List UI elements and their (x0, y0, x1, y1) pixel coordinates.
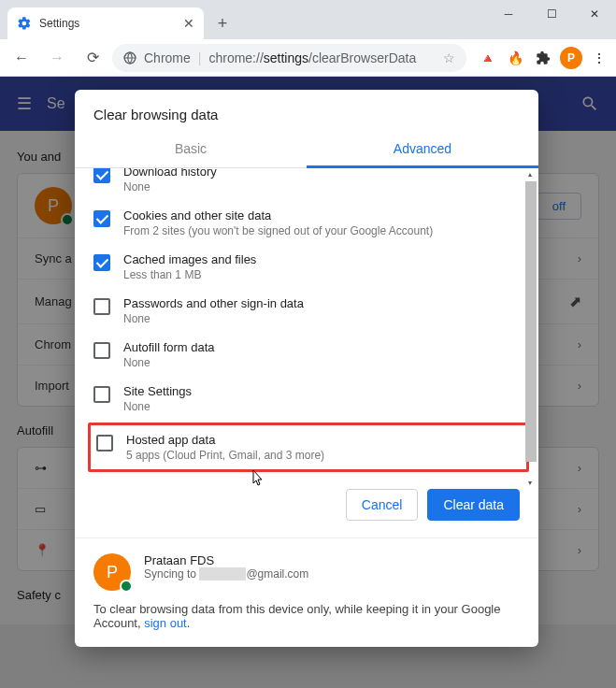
option-title: Cached images and files (123, 252, 523, 266)
option-subtitle: None (123, 400, 523, 413)
browser-tab[interactable]: Settings ✕ (7, 7, 204, 39)
tab-advanced[interactable]: Advanced (307, 132, 538, 167)
option-subtitle: None (123, 312, 523, 325)
scrollbar[interactable]: ▴ ▾ (525, 170, 537, 487)
back-button[interactable]: ← (6, 44, 37, 72)
address-bar[interactable]: Chrome | chrome://settings/clearBrowserD… (112, 44, 466, 72)
window-titlebar: Settings ✕ + ─ ☐ ✕ (0, 0, 616, 39)
account-name: Prataan FDS (144, 553, 308, 567)
option-title: Autofill form data (123, 340, 523, 354)
option-row[interactable]: Passwords and other sign-in data None (88, 289, 529, 333)
option-title: Download history (123, 168, 523, 179)
checkbox[interactable] (93, 386, 110, 403)
checkbox[interactable] (93, 168, 110, 183)
extension-icon-2[interactable]: 🔥 (504, 47, 526, 69)
option-subtitle: From 2 sites (you won't be signed out of… (123, 224, 523, 237)
tab-title: Settings (39, 17, 176, 30)
option-row[interactable]: Cached images and files Less than 1 MB (88, 245, 529, 289)
sign-out-link[interactable]: sign out (144, 616, 187, 630)
checkbox[interactable] (93, 298, 110, 315)
profile-avatar[interactable]: P (560, 47, 582, 69)
option-row[interactable]: Autofill form data None (88, 333, 529, 377)
browser-toolbar: ← → ⟳ Chrome | chrome://settings/clearBr… (0, 39, 616, 77)
checkbox[interactable] (96, 435, 113, 452)
clear-browsing-dialog: Clear browsing data Basic Advanced ▴ ▾ D… (75, 90, 538, 647)
sync-badge-icon (120, 580, 133, 593)
option-subtitle: None (123, 180, 523, 194)
bookmark-star-icon[interactable]: ☆ (443, 50, 455, 65)
checkbox[interactable] (93, 342, 110, 359)
tab-basic[interactable]: Basic (75, 132, 307, 167)
option-subtitle: Less than 1 MB (123, 268, 523, 281)
close-window-button[interactable]: ✕ (573, 0, 616, 28)
cancel-button[interactable]: Cancel (346, 489, 419, 521)
account-avatar: P (93, 553, 131, 591)
close-tab-icon[interactable]: ✕ (183, 16, 194, 31)
maximize-button[interactable]: ☐ (530, 0, 573, 28)
option-subtitle: 5 apps (Cloud Print, Gmail, and 3 more) (126, 449, 521, 462)
checkbox[interactable] (93, 254, 110, 271)
forward-button[interactable]: → (41, 44, 73, 72)
checkbox[interactable] (93, 210, 110, 227)
option-row[interactable]: Cookies and other site data From 2 sites… (88, 201, 529, 245)
clear-data-button[interactable]: Clear data (427, 489, 520, 521)
account-email: Syncing to xxxxxxx@gmail.com (144, 567, 308, 580)
option-title: Site Settings (123, 384, 523, 398)
option-subtitle: None (123, 356, 523, 369)
extension-icon-1[interactable]: 🔺 (476, 47, 498, 69)
minimize-button[interactable]: ─ (487, 0, 530, 28)
option-title: Passwords and other sign-in data (123, 296, 523, 310)
site-info-icon (123, 51, 136, 64)
option-row[interactable]: Download history None (88, 168, 529, 201)
option-title: Cookies and other site data (123, 208, 523, 222)
option-row[interactable]: Hosted app data 5 apps (Cloud Print, Gma… (88, 423, 529, 472)
new-tab-button[interactable]: + (209, 10, 236, 36)
reload-button[interactable]: ⟳ (77, 44, 108, 72)
dialog-footer: To clear browsing data from this device … (75, 598, 538, 647)
gear-icon (17, 16, 32, 31)
extensions-puzzle-icon[interactable] (532, 47, 554, 69)
dialog-title: Clear browsing data (75, 90, 538, 132)
option-row[interactable]: Site Settings None (88, 377, 529, 421)
account-info: P Prataan FDS Syncing to xxxxxxx@gmail.c… (75, 538, 538, 598)
option-title: Hosted app data (126, 433, 521, 447)
menu-dots-icon[interactable]: ⋮ (588, 47, 610, 69)
url-label: Chrome (144, 50, 191, 65)
